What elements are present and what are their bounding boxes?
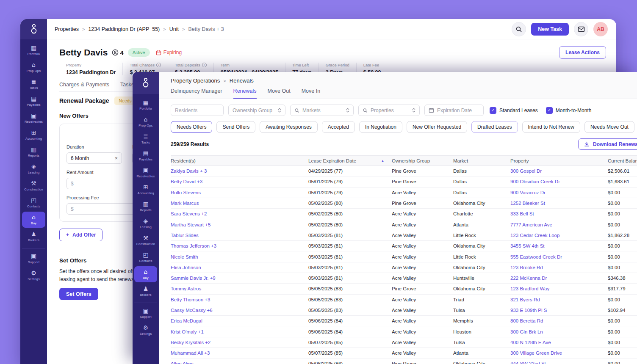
cell-resident-link[interactable]: Sara Stevens +2 <box>171 211 308 216</box>
cell-resident-link[interactable]: Tablur Slides <box>171 233 308 238</box>
residents-input[interactable] <box>171 105 224 116</box>
sidebar-item-tasks[interactable]: ≣ Tasks <box>22 76 45 92</box>
sidebar-item-construction[interactable]: ⚒ Construction <box>134 232 157 248</box>
breadcrumb-item[interactable]: 1234 Paddington Dr (APP_55) <box>88 26 166 32</box>
lease-actions-button[interactable]: Lease Actions <box>559 46 606 59</box>
cell-resident-link[interactable]: Thomas Jefferson +3 <box>171 243 308 248</box>
cell-resident-link[interactable]: Betty David +3 <box>171 179 308 184</box>
avatar[interactable]: AB <box>593 22 608 36</box>
sidebar-item-prop-ops[interactable]: ⌂ Prop Ops <box>22 59 45 75</box>
tab-delinquency-manager[interactable]: Delinquency Manager <box>171 88 222 99</box>
app-logo[interactable] <box>20 19 47 39</box>
cell-property-link[interactable]: 3455 SW 4th St <box>510 243 608 248</box>
sidebar-item-reports[interactable]: ▥ Reports <box>22 144 45 160</box>
sidebar-item-payables[interactable]: ▤ Payables <box>134 148 157 164</box>
cell-property-link[interactable]: 123 Bradford Way <box>510 286 608 291</box>
cell-resident-link[interactable]: Becky Krysitals +2 <box>171 340 308 345</box>
cell-property-link[interactable]: 333 Bell St <box>510 211 608 216</box>
chip-new-offer-requested[interactable]: New Offer Requested <box>407 121 467 133</box>
messages-button[interactable] <box>574 22 588 36</box>
sidebar-item-support[interactable]: ▣ Support <box>22 248 45 267</box>
set-offers-button[interactable]: Set Offers <box>59 288 98 300</box>
cell-resident-link[interactable]: Muhammad Ali +3 <box>171 350 308 356</box>
cell-property-link[interactable]: 900 Obsidian Creek Dr <box>510 179 608 184</box>
sidebar-item-portfolio[interactable]: ▦ Portfolio <box>134 97 157 113</box>
cell-resident-link[interactable]: Elisa Johnson <box>171 265 308 270</box>
cell-property-link[interactable]: 555 Eastwood Creek Dr <box>510 254 608 259</box>
cell-property-link[interactable]: 900 Varacruz Dr <box>510 190 608 195</box>
sidebar-item-reports[interactable]: ▥ Reports <box>134 199 157 215</box>
sidebar-item-settings[interactable]: ⚙ Settings <box>134 322 157 338</box>
col-ownership-group[interactable]: Ownership Group <box>392 158 453 163</box>
cell-resident-link[interactable]: Rollo Stevens <box>171 190 308 195</box>
lease-tab[interactable]: Tasks <box>120 82 134 88</box>
duration-select[interactable]: 6 Month × <box>66 152 122 164</box>
chip-awaiting-responses[interactable]: Awaiting Responses <box>260 121 318 133</box>
search-button[interactable] <box>512 22 526 36</box>
cell-property-link[interactable]: 933 E 109th Pl S <box>510 308 608 313</box>
sidebar-item-leasing[interactable]: ◈ Leasing <box>134 215 157 232</box>
tab-move-out[interactable]: Move Out <box>268 88 291 99</box>
sidebar-item-contacts[interactable]: ◰ Contacts <box>22 195 45 211</box>
chip-intend-to-not-renew[interactable]: Intend to Not Renew <box>522 121 580 133</box>
tab-renewals[interactable]: Renewals <box>233 88 257 99</box>
sidebar-item-buy[interactable]: ⌂ Buy <box>134 266 157 282</box>
sidebar-item-buy[interactable]: ⌂ Buy <box>22 212 45 228</box>
cell-property-link[interactable]: 400 N 128th E Ave <box>510 340 608 345</box>
cell-property-link[interactable]: 444 SW 22nd St <box>510 361 608 364</box>
sidebar-item-settings[interactable]: ⚙ Settings <box>22 267 45 284</box>
sidebar-item-brokers[interactable]: ♟ Brokers <box>134 283 157 299</box>
sidebar-item-receivables[interactable]: ▣ Receivables <box>22 110 45 126</box>
cell-resident-link[interactable]: Betty Thomson +3 <box>171 297 308 302</box>
cell-property-link[interactable]: 321 Byers Rd <box>510 297 608 302</box>
cell-resident-link[interactable]: Zakiya Davis + 3 <box>171 168 308 174</box>
sidebar-item-leasing[interactable]: ◈ Leasing <box>22 161 45 177</box>
sidebar-item-brokers[interactable]: ♟ Brokers <box>22 229 45 245</box>
sidebar-item-contacts[interactable]: ◰ Contacts <box>134 249 157 265</box>
cell-property-link[interactable]: 7777 American Ave <box>510 222 608 227</box>
lease-tab[interactable]: Charges & Payments <box>59 82 109 88</box>
info-icon[interactable]: i <box>156 63 161 67</box>
chip-drafted-leases[interactable]: Drafted Leases <box>471 121 518 133</box>
cell-resident-link[interactable]: Mark Marcus <box>171 201 308 206</box>
col-residents[interactable]: Resident(s) <box>171 158 308 163</box>
add-offer-button[interactable]: + Add Offer <box>59 229 102 241</box>
cell-resident-link[interactable]: Cassy McCassy +6 <box>171 308 308 313</box>
breadcrumb-item[interactable]: Betty Davis + 3 <box>188 26 224 32</box>
cell-property-link[interactable]: 800 Beretta Rd <box>510 318 608 323</box>
chip-needs-offers[interactable]: Needs Offers <box>171 121 212 133</box>
sidebar-item-payables[interactable]: ▤ Payables <box>22 93 45 109</box>
cell-property-link[interactable]: 222 McKenna Dr <box>510 276 608 281</box>
cell-resident-link[interactable]: Allen Alien <box>171 361 308 364</box>
cell-property-link[interactable]: 123 Brooke Rd <box>510 265 608 270</box>
cell-resident-link[interactable]: Martha Stewart +5 <box>171 222 308 227</box>
breadcrumb-item[interactable]: Unit <box>169 26 185 32</box>
col-current-balance[interactable]: Current Balance <box>608 158 637 163</box>
chip-accepted[interactable]: Accepted <box>322 121 355 133</box>
cell-property-link[interactable]: 300 Gospel Dr <box>510 168 608 174</box>
col-market[interactable]: Market <box>453 158 510 163</box>
cell-resident-link[interactable]: Sammie Davis Jr. +9 <box>171 276 308 281</box>
col-property[interactable]: Property <box>510 158 608 163</box>
info-icon[interactable]: i <box>202 63 207 67</box>
sidebar-item-tasks[interactable]: ≣ Tasks <box>134 131 157 147</box>
col-lease-expiration-date[interactable]: Lease Expiration Date <box>308 158 392 163</box>
breadcrumb-item[interactable]: Property Operations <box>171 77 226 84</box>
sidebar-item-accounting[interactable]: ⊞ Accounting <box>134 182 157 198</box>
cell-resident-link[interactable]: Tommy Astros <box>171 286 308 291</box>
breadcrumb-item[interactable]: Properties <box>55 26 85 32</box>
expiration-date-input[interactable]: Expiration Date <box>424 105 484 116</box>
properties-select[interactable]: Properties <box>358 105 420 116</box>
markets-select[interactable]: Markets <box>290 105 354 116</box>
cell-property-link[interactable]: 300 Village Green Drive <box>510 350 608 356</box>
cell-property-link[interactable]: 123 Cedar Creek Loop <box>510 233 608 238</box>
cell-property-link[interactable]: 300 Gln Brk Ln <box>510 329 608 334</box>
app-logo[interactable] <box>133 72 159 94</box>
cell-resident-link[interactable]: Nicole Smith <box>171 254 308 259</box>
ownership-group-select[interactable]: Ownership Group <box>228 105 285 116</box>
new-task-button[interactable]: New Task <box>531 23 569 36</box>
checkbox-standard-leases[interactable]: Standard Leases <box>490 107 538 114</box>
chip-needs-move-out[interactable]: Needs Move Out <box>584 121 634 133</box>
sidebar-item-support[interactable]: ▣ Support <box>134 303 157 321</box>
sidebar-item-construction[interactable]: ⚒ Construction <box>22 178 45 194</box>
